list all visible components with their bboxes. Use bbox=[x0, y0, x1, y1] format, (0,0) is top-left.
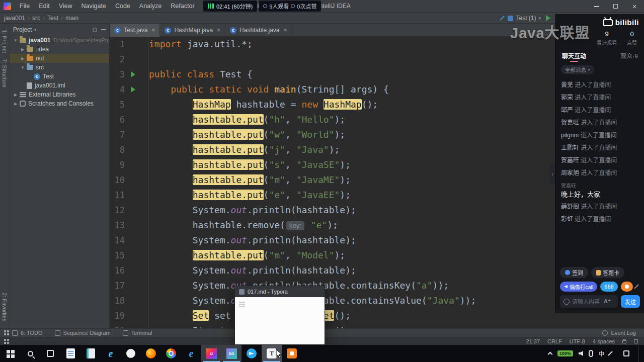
menu-item[interactable]: Code bbox=[111, 0, 135, 13]
ime-indicator[interactable]: 中 bbox=[599, 349, 604, 357]
run-button[interactable] bbox=[546, 15, 550, 21]
volume-icon[interactable] bbox=[579, 351, 583, 356]
tree-expand-icon[interactable]: ▼ bbox=[20, 65, 26, 70]
code-line[interactable]: 20 Iterator it = set.iterator(); bbox=[110, 323, 644, 328]
task-view-button[interactable] bbox=[40, 345, 60, 362]
app-orange[interactable] bbox=[282, 345, 302, 362]
typora-content[interactable] bbox=[235, 297, 325, 344]
tree-item[interactable]: ▶Scratches and Consoles bbox=[10, 99, 109, 108]
app-textdoc[interactable] bbox=[80, 345, 101, 362]
tab-chat-interaction[interactable]: 聊天互动 bbox=[562, 51, 586, 60]
app-idea[interactable]: IJ bbox=[201, 345, 221, 362]
tree-item[interactable]: ▶.idea bbox=[10, 45, 109, 54]
mouse-settings-icon[interactable] bbox=[589, 350, 593, 357]
emoji-icon[interactable] bbox=[564, 299, 570, 305]
message-filter-dropdown[interactable]: 全部消息 ▾ bbox=[561, 65, 594, 74]
code-text: hashtable.put("m", "Model"); bbox=[149, 248, 345, 263]
hide-panel-icon[interactable] bbox=[101, 29, 106, 30]
lock-icon[interactable] bbox=[622, 340, 626, 343]
breadcrumb-item[interactable]: Test bbox=[47, 15, 58, 22]
line-ending-indicator[interactable]: CRLF bbox=[547, 338, 562, 344]
start-button[interactable] bbox=[0, 345, 20, 362]
encoding-indicator[interactable]: UTF-8 bbox=[570, 338, 585, 344]
menu-item[interactable]: File bbox=[15, 0, 34, 13]
settings-gear-icon[interactable] bbox=[93, 28, 97, 32]
menu-item[interactable]: Refactor bbox=[166, 0, 199, 13]
toolbar-toggle-icon[interactable] bbox=[4, 339, 6, 341]
666-button[interactable]: 666 bbox=[600, 282, 617, 292]
typora-window[interactable]: 017.md - Typora bbox=[234, 286, 325, 345]
tree-expand-icon[interactable]: ▶ bbox=[20, 56, 26, 61]
tool-button-todo[interactable]: 6: TODO bbox=[12, 330, 43, 336]
breadcrumb-item[interactable]: main bbox=[65, 15, 78, 22]
search-button[interactable] bbox=[20, 345, 40, 362]
chat-input[interactable] bbox=[572, 299, 601, 305]
app-firefox[interactable] bbox=[141, 345, 161, 362]
idol-call-button[interactable]: 偶像打call bbox=[560, 282, 597, 292]
menu-item[interactable]: View bbox=[54, 0, 77, 13]
panel-collapse-handle[interactable]: ‹ bbox=[549, 163, 555, 185]
pencil-icon[interactable] bbox=[500, 16, 505, 21]
tool-button-structure[interactable]: 7: Structure bbox=[2, 59, 8, 87]
line-number: 17 bbox=[110, 278, 125, 293]
tool-button-project[interactable]: 1: Project bbox=[2, 30, 8, 53]
run-line-icon[interactable] bbox=[131, 71, 135, 77]
app-qq[interactable] bbox=[121, 345, 141, 362]
app-notepad[interactable] bbox=[60, 345, 80, 362]
tray-expand-icon[interactable] bbox=[548, 352, 553, 357]
breadcrumb-item[interactable]: src bbox=[32, 15, 40, 22]
tree-item[interactable]: cTest bbox=[10, 72, 109, 81]
outline-menu-icon[interactable] bbox=[239, 302, 245, 303]
tree-expand-icon[interactable]: ▼ bbox=[13, 38, 19, 43]
close-tab-icon[interactable]: × bbox=[217, 27, 220, 34]
typora-titlebar[interactable]: 017.md - Typora bbox=[235, 286, 325, 297]
app-telegram[interactable] bbox=[242, 345, 262, 362]
editor-tab[interactable]: cHashtable.java× bbox=[225, 24, 292, 37]
tool-windows-grid-icon[interactable] bbox=[4, 330, 6, 332]
minimize-button[interactable] bbox=[587, 0, 606, 13]
battery-indicator[interactable]: 100% bbox=[557, 350, 573, 356]
send-button[interactable]: 发送 bbox=[621, 295, 640, 308]
tool-button-terminal[interactable]: Terminal bbox=[123, 330, 152, 336]
tree-expand-icon[interactable]: ▶ bbox=[20, 47, 26, 52]
quiz-card-button[interactable]: 答题卡 bbox=[591, 267, 624, 278]
close-button[interactable]: × bbox=[625, 0, 644, 13]
run-line-icon[interactable] bbox=[131, 86, 135, 93]
editor-tab[interactable]: cHashMap.java× bbox=[160, 24, 225, 37]
app-datagrip[interactable]: DG bbox=[221, 345, 242, 362]
menu-item[interactable]: Edit bbox=[34, 0, 54, 13]
tree-expand-icon[interactable]: ▶ bbox=[13, 102, 19, 106]
tree-item[interactable]: java001.iml bbox=[10, 81, 109, 90]
tree-item[interactable]: ▼src bbox=[10, 63, 109, 72]
menu-item[interactable]: Navigate bbox=[77, 0, 111, 13]
tool-button-favorites[interactable]: 2: Favorites bbox=[2, 293, 8, 321]
pen-input-icon[interactable] bbox=[608, 351, 613, 356]
maximize-button[interactable] bbox=[606, 0, 625, 13]
app-chrome[interactable] bbox=[161, 345, 181, 362]
close-tab-icon[interactable]: × bbox=[284, 27, 287, 34]
tree-item[interactable]: ▶External Libraries bbox=[10, 90, 109, 99]
breadcrumb-item[interactable]: java001 bbox=[4, 15, 25, 22]
tab-audience[interactable]: 观众·9 bbox=[620, 51, 638, 60]
font-size-icon[interactable]: A⁺ bbox=[604, 298, 611, 305]
tree-item[interactable]: ▼java001D:\WorkSpace\IdeaProje bbox=[10, 36, 109, 45]
checkin-button[interactable]: 签到 bbox=[560, 267, 588, 278]
edit-pen-icon[interactable] bbox=[634, 284, 639, 289]
tree-item[interactable]: ▶out bbox=[10, 54, 109, 63]
tool-button-event-log[interactable]: Event Log bbox=[602, 330, 636, 336]
close-tab-icon[interactable]: × bbox=[151, 27, 155, 34]
caret-position[interactable]: 21:37 bbox=[526, 338, 540, 344]
editor-tab[interactable]: cTest.java× bbox=[110, 24, 160, 37]
show-desktop-button[interactable] bbox=[638, 345, 640, 362]
tool-button-sequence-diagram[interactable]: Sequence Diagram bbox=[55, 330, 111, 336]
app-ie[interactable]: e bbox=[101, 345, 121, 362]
action-center-icon[interactable] bbox=[623, 350, 629, 356]
gift-button[interactable] bbox=[621, 282, 633, 292]
app-typora[interactable]: T bbox=[262, 345, 282, 362]
run-config-selector[interactable]: Test (1) ▾ bbox=[508, 15, 541, 22]
app-edge[interactable]: e bbox=[181, 345, 201, 362]
tree-expand-icon[interactable]: ▶ bbox=[13, 93, 19, 97]
indent-indicator[interactable]: 4 spaces bbox=[593, 338, 615, 344]
project-panel-header[interactable]: Project ▾ bbox=[10, 24, 109, 36]
menu-item[interactable]: Analyze bbox=[135, 0, 166, 13]
